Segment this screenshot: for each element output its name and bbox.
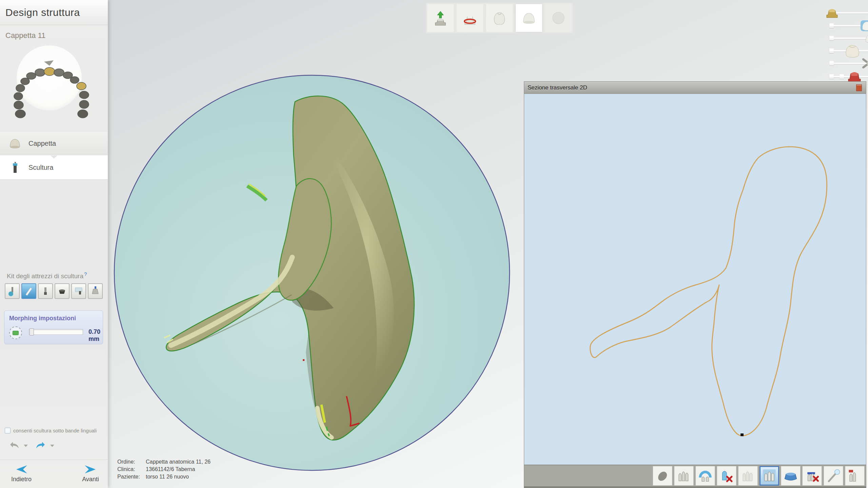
insertion-direction-icon (432, 9, 449, 27)
order-value: Cappetta anatomica 11, 26 (146, 458, 211, 466)
tray-view-button[interactable] (781, 466, 801, 486)
sculpt-toolbar (5, 283, 103, 299)
page-title: Design struttura (5, 7, 80, 18)
back-button-label: Indietro (3, 476, 40, 483)
delete-group-icon (805, 469, 819, 483)
delete-tooth-button[interactable] (717, 466, 736, 486)
stamp-tool-button[interactable] (88, 283, 103, 299)
lingual-band-option: consenti scultura sotto bande linguali (5, 428, 97, 433)
patient-value: torso 11 26 nuovo (146, 473, 189, 481)
wax-add-icon (7, 286, 17, 297)
probe-icon (827, 469, 840, 483)
layer-slider-connector (827, 57, 868, 70)
sidebar-divider (0, 460, 108, 460)
layer-slider-antagonist (827, 44, 868, 58)
bowl-tool-button[interactable] (55, 283, 70, 299)
lingual-band-checkbox[interactable] (5, 428, 11, 433)
morphing-panel: Morphing impostazioni 0.70 mm (4, 310, 103, 344)
section-toolbar (524, 465, 866, 486)
smoother-tool-button[interactable] (71, 283, 86, 299)
undo-icon[interactable] (7, 440, 21, 451)
ghost-teeth-button[interactable] (738, 466, 758, 486)
tooth-11-highlight (44, 67, 55, 76)
section-canvas[interactable] (525, 94, 866, 465)
undo-redo-bar (7, 440, 54, 451)
stage-margin-line[interactable] (457, 4, 483, 32)
sidebar-item-label: Cappetta (28, 140, 56, 147)
morphing-slider-track[interactable] (29, 329, 83, 335)
final-stage-icon (550, 9, 567, 27)
patient-row: Paziente: torso 11 26 nuovo (117, 473, 211, 481)
redo-icon[interactable] (34, 440, 47, 451)
patient-label: Paziente: (117, 473, 146, 481)
anatomy-icon (491, 9, 508, 27)
scraper-tool-button[interactable] (38, 283, 53, 299)
sidebar-item-label: Scultura (28, 164, 53, 171)
stage-insertion-direction[interactable] (427, 4, 454, 32)
morphing-value: 0.70 mm (88, 328, 100, 343)
tooth-26-highlight (77, 82, 86, 90)
wax-knife-icon (24, 286, 34, 297)
shaded-blob-icon (656, 469, 669, 483)
bowl-icon (57, 286, 67, 297)
layer-slider-anatomy (827, 19, 868, 33)
lingual-band-label: consenti scultura sotto bande linguali (13, 428, 97, 433)
order-row: Ordine: Cappetta anatomica 11, 26 (117, 458, 211, 466)
sidebar-item-scultura[interactable]: Scultura (0, 155, 108, 180)
section-marker-dot[interactable] (741, 433, 744, 436)
teeth-row-icon (677, 469, 691, 483)
coping-icon (520, 9, 538, 27)
gold-die-handle[interactable] (825, 6, 840, 20)
viewport-3d[interactable] (113, 74, 511, 471)
scan-view-icon (763, 469, 776, 483)
scan-layer-track[interactable] (829, 38, 868, 39)
close-icon[interactable] (856, 84, 862, 91)
white-shape-handle[interactable] (864, 32, 868, 44)
undo-dropdown-icon[interactable] (24, 445, 28, 447)
layer-slider-die (825, 6, 868, 20)
section-window-titlebar[interactable]: Sezione trasversale 2D (524, 82, 866, 94)
help-icon[interactable]: ? (84, 271, 87, 277)
delete-tooth-icon (720, 469, 733, 483)
back-arrow-icon (14, 465, 29, 474)
scraper-icon (40, 286, 51, 297)
measure-button[interactable] (845, 466, 865, 486)
delete-group-button[interactable] (802, 466, 822, 486)
wax-add-tool-button[interactable] (5, 283, 20, 299)
probe-button[interactable] (824, 466, 843, 486)
sidebar-item-cappetta[interactable]: Cappetta (0, 132, 108, 155)
coping-icon (7, 137, 22, 150)
measure-icon (848, 469, 862, 483)
sculpt-icon (7, 161, 22, 174)
next-arrow-icon (83, 465, 98, 474)
shaded-view-button[interactable] (653, 466, 672, 486)
gray-connector-handle[interactable] (861, 57, 868, 70)
arch-view-button[interactable] (695, 466, 715, 486)
stage-anatomy[interactable] (486, 4, 513, 32)
section-window: Sezione trasversale 2D (524, 81, 866, 488)
back-button[interactable]: Indietro (3, 465, 40, 483)
blue-tooth-handle[interactable] (860, 19, 868, 33)
stage-coping[interactable] (516, 4, 542, 32)
morphing-row: 0.70 mm (8, 326, 100, 341)
wax-knife-tool-button[interactable] (21, 283, 36, 299)
arch-icon (698, 469, 712, 483)
margin-line-icon (461, 9, 479, 27)
clinic-label: Clinica: (117, 466, 146, 473)
tooth-arch-overview[interactable] (0, 38, 108, 123)
next-button[interactable]: Avanti (72, 465, 109, 483)
sidebar-header: Design struttura (0, 0, 108, 25)
clinic-row: Clinica: 13661142/6 Taberna (117, 466, 211, 473)
sidebar: Design struttura Cappetta 11 (0, 0, 108, 488)
toolkit-title: Kit degli attrezzi di scultura? (7, 271, 87, 280)
show-teeth-button[interactable] (674, 466, 694, 486)
layer-slider-scan (827, 32, 868, 45)
stage-final (545, 4, 572, 32)
order-info: Ordine: Cappetta anatomica 11, 26 Clinic… (117, 458, 211, 481)
brush-radius-icon (9, 326, 22, 339)
redo-dropdown-icon[interactable] (50, 445, 54, 447)
order-label: Ordine: (117, 458, 146, 466)
morphing-slider-handle[interactable] (29, 328, 34, 336)
smoother-icon (74, 286, 84, 297)
scan-view-button[interactable] (760, 466, 779, 486)
